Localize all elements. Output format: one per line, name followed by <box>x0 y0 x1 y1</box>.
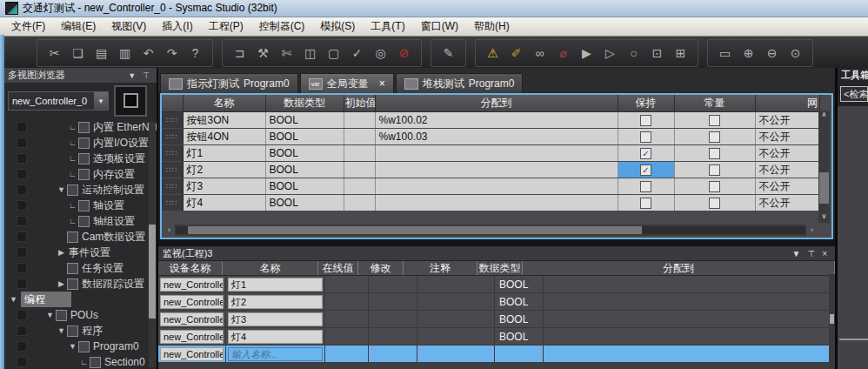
online-value-column-header[interactable]: 在线值 <box>318 261 358 275</box>
datatype-column-header[interactable]: 数据类型 <box>265 95 344 112</box>
menu-item[interactable]: 模拟(S) <box>312 17 363 36</box>
variable-row[interactable]: ∷∷ 灯2 BOOL 不公开 <box>162 162 820 178</box>
step-in-icon[interactable]: ▷ <box>598 42 622 64</box>
watch-modify-cell[interactable] <box>369 276 417 292</box>
variable-allocation-cell[interactable] <box>375 162 618 178</box>
help-icon[interactable]: ? <box>184 42 207 64</box>
constant-cell[interactable] <box>674 129 755 145</box>
menu-item[interactable]: 编辑(E) <box>53 17 103 36</box>
retain-cell[interactable] <box>618 112 674 129</box>
tree-item[interactable]: ∟ 轴设置 <box>4 198 157 213</box>
constant-cell[interactable] <box>674 145 755 162</box>
retain-cell[interactable] <box>618 178 674 195</box>
stop-error-icon[interactable]: ⊘ <box>392 42 416 64</box>
variable-row[interactable]: ∷∷ 按钮3ON BOOL %w100.02 不公开 <box>162 112 820 129</box>
tree-item[interactable]: ∟ 轴组设置 <box>4 213 157 229</box>
watch-close-icon[interactable]: × <box>818 249 831 258</box>
sidebar-scrollbar[interactable] <box>149 122 156 367</box>
rebuild-warning-icon[interactable]: ✐ <box>504 42 528 64</box>
scroll-down-icon[interactable]: ∨ <box>818 212 830 223</box>
select-region-icon[interactable]: ▭ <box>713 42 737 64</box>
variable-vscrollbar-thumb[interactable] <box>819 172 829 204</box>
menu-item[interactable]: 控制器(C) <box>251 17 313 36</box>
tree-expand-icon[interactable]: ▶ <box>56 279 67 288</box>
variable-allocation-cell[interactable] <box>375 178 618 195</box>
tree-item[interactable]: ▼ Program0 <box>4 339 157 354</box>
variable-name-cell[interactable]: 灯2 <box>183 162 265 178</box>
tree-expand-icon[interactable]: ∟ <box>67 138 78 147</box>
toolbox-divider[interactable] <box>839 339 868 340</box>
watch-name-cell[interactable]: 灯2 <box>228 295 323 309</box>
watch-icon[interactable]: ∞ <box>528 42 551 64</box>
retain-checkbox[interactable] <box>640 164 651 176</box>
window-titlebar[interactable]: 交通灯测试 - new_Controller_0 - Sysmac Studio… <box>0 0 868 17</box>
network-publish-cell[interactable]: 不公开 <box>755 145 820 162</box>
editor-tab[interactable]: 指示灯测试 Program0 <box>160 73 298 93</box>
watch-modify-cell[interactable] <box>369 311 417 327</box>
variable-initial-cell[interactable] <box>344 129 375 145</box>
variable-initial-cell[interactable] <box>344 195 375 211</box>
variable-vscrollbar[interactable]: ∧ ∨ <box>818 111 830 223</box>
editor-tab[interactable]: 堆栈测试 Program0 <box>396 73 524 93</box>
monitor-window-icon[interactable]: ⊡ <box>645 42 669 64</box>
watch-modify-cell[interactable] <box>369 293 417 310</box>
comment-column-header[interactable]: 注释 <box>404 261 477 275</box>
tab-close-icon[interactable]: × <box>379 77 385 90</box>
watch-device-cell[interactable]: new_Controller_0 <box>160 347 224 361</box>
sidebar-scrollbar-thumb[interactable] <box>149 225 156 318</box>
name-column-header[interactable]: 名称 <box>183 95 265 112</box>
constant-cell[interactable] <box>674 178 755 195</box>
watch-device-cell[interactable]: new_Controller_0 <box>160 330 224 344</box>
tree-expand-icon[interactable]: ∟ <box>67 201 78 210</box>
tree-expand-icon[interactable]: ∟ <box>67 217 78 225</box>
unwatch-icon[interactable]: ⌀ <box>551 42 575 64</box>
variable-name-cell[interactable]: 灯3 <box>183 178 265 195</box>
transfer-icon[interactable]: ⊐ <box>228 42 251 64</box>
panel-divider[interactable] <box>158 239 835 246</box>
retain-cell[interactable] <box>618 129 674 145</box>
network-publish-cell[interactable]: 不公开 <box>755 112 820 129</box>
network-publish-cell[interactable]: 不公开 <box>755 195 820 211</box>
monitor-transfer-icon[interactable]: ▢ <box>322 42 345 64</box>
variable-type-cell[interactable]: BOOL <box>265 145 344 162</box>
tree-item[interactable]: ∟ 内置 EtherNet/IP端 <box>4 119 157 135</box>
watch-row[interactable]: new_Controller_0 灯3 BOOL <box>158 311 835 328</box>
menu-item[interactable]: 插入(I) <box>154 17 200 36</box>
tree-item[interactable]: ∟ 选项板设置 <box>4 151 157 166</box>
name-column-header[interactable]: 名称 <box>223 261 318 275</box>
tree-expand-icon[interactable]: ▶ <box>56 248 67 257</box>
tree-item[interactable]: ▼ 程序 <box>4 323 157 339</box>
watch-comment-cell[interactable] <box>417 311 495 327</box>
tree-expand-icon[interactable]: ∟ <box>67 154 78 163</box>
retain-cell[interactable] <box>618 162 674 178</box>
menu-item[interactable]: 帮助(H) <box>466 17 517 36</box>
pin-icon[interactable]: ⊤ <box>139 71 153 80</box>
variable-initial-cell[interactable] <box>344 162 375 178</box>
menu-item[interactable]: 工程(P) <box>201 17 251 36</box>
constant-checkbox[interactable] <box>709 131 720 143</box>
variable-type-cell[interactable]: BOOL <box>265 162 344 178</box>
build-icon[interactable]: ⚒ <box>251 42 275 64</box>
constant-checkbox[interactable] <box>709 164 720 176</box>
watch-scrollbar-thumb[interactable] <box>830 314 834 324</box>
monitor-pair-icon[interactable]: ⊞ <box>669 42 692 64</box>
tree-item[interactable]: ∟ 内存设置 <box>4 166 157 182</box>
watch-row[interactable]: new_Controller_0 灯4 BOOL <box>158 328 835 346</box>
watch-device-cell[interactable]: new_Controller_0 <box>160 295 224 309</box>
watch-device-cell[interactable]: new_Controller_0 <box>160 278 224 292</box>
tree-expand-icon[interactable]: ▼ <box>56 185 67 194</box>
variable-name-cell[interactable]: 按钮3ON <box>183 112 265 129</box>
device-column-header[interactable]: 设备名称 <box>158 261 223 275</box>
constant-cell[interactable] <box>674 162 755 178</box>
watch-name-cell[interactable]: 灯4 <box>228 330 323 344</box>
tree-item[interactable]: ▶ 数据跟踪设置 <box>4 276 157 292</box>
variable-allocation-cell[interactable] <box>375 195 618 211</box>
syntax-check-icon[interactable]: ✓ <box>345 42 369 64</box>
variable-hscrollbar-thumb[interactable] <box>188 226 641 234</box>
tree-expand-icon[interactable]: ▼ <box>8 295 19 304</box>
controller-select[interactable]: new_Controller_0 ▼ <box>8 91 109 111</box>
tree-item[interactable]: Cam数据设置 <box>4 229 157 245</box>
tree-item[interactable]: ▼ POUs <box>4 307 157 323</box>
watch-row[interactable]: new_Controller_0 灯2 BOOL <box>158 293 835 311</box>
retain-checkbox[interactable] <box>640 181 651 192</box>
